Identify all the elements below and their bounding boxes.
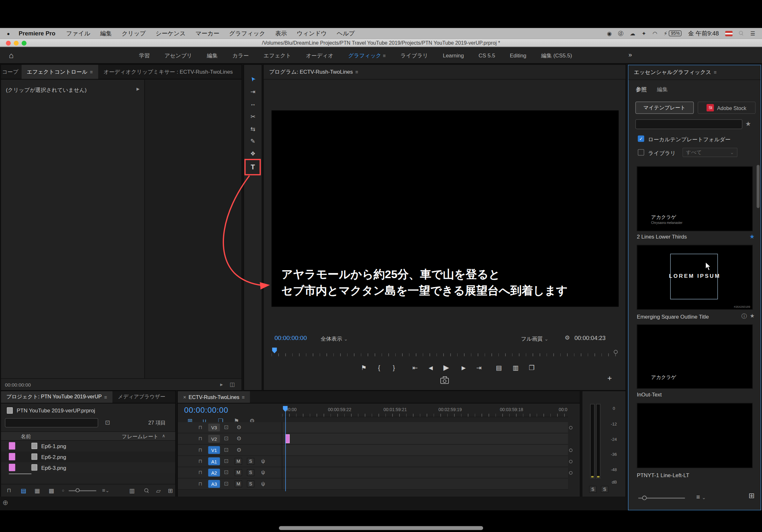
- sync-lock-icon[interactable]: ⊡: [224, 435, 228, 442]
- workspace-learn[interactable]: 学習: [131, 47, 157, 64]
- list-view-icon[interactable]: ▤: [21, 487, 26, 495]
- info-icon[interactable]: ⓘ: [741, 312, 747, 320]
- mute-button[interactable]: M: [235, 480, 242, 487]
- track-lane-v3[interactable]: [282, 422, 568, 433]
- playback-quality-select[interactable]: フル画質 ⌄: [521, 335, 549, 343]
- mute-button[interactable]: M: [235, 458, 242, 465]
- solo-button[interactable]: S: [247, 469, 254, 476]
- icon-view-icon[interactable]: ▦: [35, 487, 40, 495]
- tab-sequence[interactable]: × ECTV-Rush-TwoLines ≡: [178, 391, 250, 403]
- track-lane-v1[interactable]: [282, 445, 568, 456]
- voiceover-mic-icon[interactable]: ψ: [261, 480, 265, 486]
- column-name[interactable]: 名前: [21, 433, 31, 440]
- workspace-menu-icon[interactable]: ≡: [383, 53, 386, 58]
- project-search-input[interactable]: [5, 418, 98, 428]
- track-lane-a1[interactable]: [282, 456, 568, 467]
- menu-graphics[interactable]: グラフィック: [229, 29, 265, 37]
- program-video-frame[interactable]: アヤラモールから約25分、車で山を登ると セブ市内とマクタン島を一望できる展望台…: [271, 110, 619, 306]
- apple-menu-icon[interactable]: ●: [7, 31, 10, 36]
- ripple-edit-tool-button[interactable]: ↔: [244, 100, 262, 107]
- workspace-assembly[interactable]: アセンブリ: [157, 47, 199, 64]
- panel-menu-icon[interactable]: ≡: [355, 69, 358, 75]
- template-thumbnail[interactable]: [637, 403, 753, 468]
- track-lock-icon[interactable]: ⊓: [198, 447, 202, 453]
- tab-edit[interactable]: 編集: [657, 86, 668, 93]
- lift-button[interactable]: ▤: [496, 364, 502, 371]
- home-indicator[interactable]: [279, 526, 483, 530]
- tab-effect-controls[interactable]: エフェクトコントロール≡: [21, 65, 98, 79]
- menu-file[interactable]: ファイル: [66, 29, 90, 37]
- timeline-playhead-line[interactable]: [285, 411, 286, 491]
- sync-lock-icon[interactable]: ⊡: [224, 446, 228, 453]
- track-lock-icon[interactable]: ⊓: [198, 436, 202, 441]
- track-header-a3[interactable]: ⊓ A3 ⊡ M S ψ: [178, 478, 282, 490]
- asset-name[interactable]: Ep6-2.png: [41, 454, 66, 460]
- tab-project[interactable]: プロジェクト: PTN YouTube 2019-verUP≡: [1, 391, 112, 403]
- workspace-editing[interactable]: Editing: [502, 47, 534, 64]
- track-eye-icon[interactable]: ⊙: [237, 435, 241, 442]
- track-eye-icon[interactable]: ⊙: [237, 446, 241, 453]
- track-output-toggle[interactable]: [569, 448, 572, 452]
- workspace-libraries[interactable]: ライブラリ: [393, 47, 435, 64]
- close-tab-icon[interactable]: ×: [183, 394, 186, 400]
- find-icon[interactable]: [144, 488, 149, 493]
- zoom-level-select[interactable]: 全体表示 ⌄: [321, 335, 348, 343]
- adobe-stock-button[interactable]: St Adobe Stock: [698, 102, 756, 114]
- template-thumbnail[interactable]: アカクラゲ: [637, 324, 753, 389]
- local-templates-checkbox[interactable]: ✓: [638, 136, 644, 142]
- extract-button[interactable]: ▥: [512, 364, 518, 371]
- track-lane-a3[interactable]: [282, 478, 568, 490]
- program-monitor-tab[interactable]: プログラム: ECTV-Rush-TwoLines≡: [264, 65, 363, 79]
- sort-icon[interactable]: ≡⌄: [102, 487, 110, 493]
- workspace-edit-cs55[interactable]: 編集 (CS5.5): [534, 47, 579, 64]
- workspace-overflow-icon[interactable]: »: [629, 51, 632, 58]
- search-bin-icon[interactable]: ⊡: [105, 419, 110, 426]
- sync-lock-icon[interactable]: ⊡: [224, 469, 228, 476]
- slip-tool-button[interactable]: ⇆: [244, 126, 262, 133]
- mark-in-button[interactable]: {: [378, 364, 380, 371]
- timeline-timecode[interactable]: 00:00:00:00: [184, 406, 228, 415]
- minimize-window-button[interactable]: [14, 40, 19, 45]
- workspace-edit[interactable]: 編集: [199, 47, 225, 64]
- project-file-name[interactable]: PTN YouTube 2019-verUP.prproj: [17, 407, 95, 413]
- battery-indicator[interactable]: 95%: [669, 30, 682, 36]
- menu-bar-clock[interactable]: 金 午前9:48: [688, 29, 719, 37]
- monitor-settings-wrench-icon[interactable]: ⚙: [565, 334, 570, 341]
- add-marker-button[interactable]: ⚑: [361, 364, 367, 371]
- track-name[interactable]: A2: [208, 469, 220, 477]
- thumbnail-size-slider[interactable]: [638, 495, 685, 501]
- track-output-toggle[interactable]: [569, 426, 572, 430]
- asset-row[interactable]: Ep6-2.png: [1, 452, 175, 462]
- mark-out-button[interactable]: }: [393, 364, 395, 371]
- solo-button[interactable]: S: [247, 480, 254, 487]
- panel-menu-icon[interactable]: ≡: [242, 394, 245, 400]
- voiceover-mic-icon[interactable]: ψ: [261, 458, 265, 464]
- program-playhead[interactable]: [272, 347, 277, 353]
- tab-browse[interactable]: 参照: [636, 86, 647, 93]
- essential-graphics-title[interactable]: エッセンシャルグラフィックス≡: [629, 65, 722, 80]
- menu-sequence[interactable]: シーケンス: [156, 29, 186, 37]
- panel-menu-icon[interactable]: ≡: [104, 394, 107, 400]
- razor-tool-button[interactable]: ✂: [244, 113, 262, 120]
- asset-name[interactable]: Ep6-3.png: [41, 465, 66, 470]
- close-window-button[interactable]: [6, 40, 11, 45]
- track-name[interactable]: V1: [208, 446, 220, 454]
- asset-row[interactable]: Ep6-1.png: [1, 441, 175, 452]
- new-item-icon[interactable]: ⊞: [168, 487, 173, 495]
- add-button[interactable]: +: [607, 374, 612, 383]
- play-button[interactable]: ▶: [443, 363, 449, 372]
- panel-menu-icon[interactable]: ≡: [90, 69, 93, 75]
- step-back-button[interactable]: ◀: [428, 365, 433, 371]
- home-icon[interactable]: ⌂: [9, 51, 14, 60]
- screen-record-icon[interactable]: ◉: [607, 30, 612, 37]
- asset-name[interactable]: Ep6-1.png: [41, 443, 66, 449]
- go-to-out-button[interactable]: ⇥: [476, 364, 482, 371]
- export-frame-camera-button[interactable]: [440, 378, 449, 384]
- panel-menu-icon[interactable]: ≡: [714, 70, 717, 75]
- label-color-chip[interactable]: [9, 442, 15, 449]
- track-eye-icon[interactable]: ⊙: [237, 424, 241, 430]
- zoom-window-button[interactable]: [22, 40, 27, 45]
- favorite-star-icon[interactable]: ★: [750, 312, 755, 320]
- program-scrubber[interactable]: [271, 347, 618, 356]
- template-label-row[interactable]: InOut-Text: [637, 392, 755, 397]
